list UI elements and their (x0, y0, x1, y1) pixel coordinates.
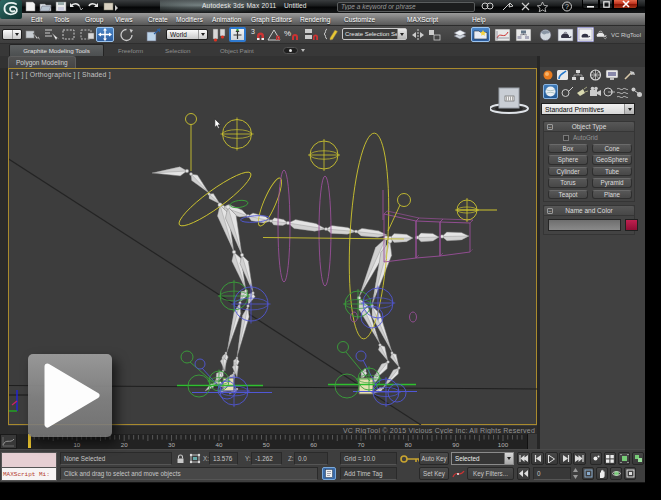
minimize-button[interactable] (582, 0, 599, 9)
select-link-icon[interactable] (25, 28, 40, 42)
create-tab-icon[interactable] (542, 69, 554, 81)
selection-filter-flyout[interactable] (2, 29, 22, 40)
redo-icon[interactable] (86, 1, 101, 12)
systems-category-icon[interactable] (630, 86, 643, 98)
ribbon-tab-graphite[interactable]: Graphite Modeling Tools (9, 44, 104, 56)
menu-help[interactable]: Help (472, 16, 486, 23)
rectangular-selection-icon[interactable] (61, 28, 77, 42)
select-manipulate-icon[interactable] (211, 28, 228, 42)
zoom-extents-button[interactable] (618, 452, 630, 465)
menu-group[interactable]: Group (85, 16, 103, 23)
cameras-category-icon[interactable] (589, 86, 603, 98)
scale-tool-icon[interactable] (146, 28, 162, 42)
undo-icon[interactable] (69, 1, 84, 12)
named-selection-dropdown[interactable]: Create Selection Se (342, 28, 407, 40)
open-file-icon[interactable] (39, 1, 53, 12)
ribbon-tab-freeform[interactable]: Freeform (118, 47, 143, 54)
maxscript-mini-listener[interactable]: MAXScript Mi: (1, 468, 57, 481)
modify-tab-icon[interactable] (556, 69, 569, 81)
spinner-snap-icon[interactable] (303, 28, 318, 42)
keyboard-shortcut-toggle[interactable] (229, 27, 246, 42)
y-coordinate-field[interactable]: -1.262 (251, 452, 282, 465)
search-input[interactable] (337, 2, 475, 12)
ribbon-minimize-button[interactable] (283, 47, 298, 54)
percent-snap-icon[interactable]: % (284, 28, 300, 42)
primitives-dropdown[interactable]: Standard Primitives (541, 103, 635, 115)
absolute-offset-toggle-icon[interactable] (189, 453, 201, 464)
maximize-viewport-button[interactable] (624, 467, 636, 480)
edit-selection-set-icon[interactable] (322, 28, 339, 42)
display-tab-icon[interactable] (605, 69, 619, 81)
favorites-star-icon[interactable] (536, 1, 549, 12)
set-key-filters-curve-icon[interactable] (452, 468, 465, 479)
snap-3d-icon[interactable]: 3 (250, 28, 266, 42)
close-button[interactable] (613, 0, 638, 9)
go-to-end-button[interactable] (573, 452, 586, 465)
motion-tab-icon[interactable] (589, 69, 602, 81)
object-name-field[interactable] (548, 219, 621, 231)
ribbon-tab-objectpaint[interactable]: Object Paint (220, 47, 254, 54)
x-coordinate-field[interactable]: 13.576 (209, 452, 238, 465)
rendered-frame-button[interactable] (577, 27, 594, 42)
utilities-tab-icon[interactable] (623, 69, 636, 81)
pan-button[interactable] (596, 467, 608, 480)
schematic-view-icon[interactable] (515, 28, 532, 42)
z-coordinate-field[interactable]: 0.0 (294, 452, 328, 465)
next-frame-button[interactable] (559, 452, 572, 465)
save-icon[interactable] (55, 1, 67, 12)
select-by-name-icon[interactable] (44, 28, 59, 42)
zoom-button[interactable] (590, 452, 602, 465)
mirror-icon[interactable] (411, 28, 425, 42)
rigtool-toolbar-label[interactable]: VC RigTool (611, 32, 641, 38)
current-frame-field[interactable]: 0 (533, 467, 571, 480)
zoom-region-button[interactable] (582, 467, 594, 480)
maximize-button[interactable] (599, 0, 613, 9)
auto-key-button[interactable]: Auto Key (419, 452, 449, 465)
zoom-all-button[interactable] (604, 452, 616, 465)
menu-animation[interactable]: Animation (212, 16, 241, 23)
menu-modifiers[interactable]: Modifiers (176, 16, 203, 23)
tube-button[interactable]: Tube (592, 167, 632, 177)
angle-snap-icon[interactable] (266, 28, 282, 42)
zoom-extents-all-button[interactable] (632, 452, 644, 465)
selected-dropdown[interactable]: Selected (451, 452, 514, 465)
key-filters-button[interactable]: Key Filters... (467, 467, 514, 480)
add-time-tag-field[interactable]: Add Time Tag (340, 467, 397, 480)
orbit-button[interactable] (610, 467, 622, 480)
menu-customize[interactable]: Customize (344, 16, 375, 23)
hierarchy-tab-icon[interactable] (571, 69, 585, 81)
maxscript-macro-pane[interactable] (1, 452, 57, 468)
ribbon-panel-polygon-modeling[interactable]: Polygon Modeling (8, 56, 76, 68)
torus-button[interactable]: Torus (548, 178, 588, 188)
ribbon-minimize-arrow-icon[interactable] (301, 49, 305, 52)
plane-button[interactable]: Plane (592, 190, 632, 200)
shapes-category-icon[interactable] (561, 86, 574, 98)
sphere-button[interactable]: Sphere (548, 155, 588, 165)
render-production-icon[interactable] (594, 28, 608, 41)
cone-button[interactable]: Cone (592, 144, 632, 154)
pyramid-button[interactable]: Pyramid (592, 178, 632, 188)
frame-spinner[interactable] (572, 467, 579, 480)
application-menu-button[interactable] (0, 0, 22, 19)
object-color-swatch[interactable] (625, 219, 638, 231)
lights-category-icon[interactable] (575, 86, 588, 98)
geometry-category-button[interactable] (543, 84, 558, 99)
video-play-overlay[interactable] (28, 354, 112, 437)
select-move-tool[interactable] (96, 27, 114, 42)
selection-lock-icon[interactable] (176, 454, 185, 464)
render-setup-icon[interactable] (557, 28, 574, 42)
object-type-rollout-header[interactable]: − Object Type (544, 122, 634, 132)
set-key-button[interactable]: Set Key (419, 467, 449, 480)
spacewarps-category-icon[interactable] (616, 86, 629, 98)
reference-coordinate-dropdown[interactable]: World (166, 29, 208, 40)
box-button[interactable]: Box (548, 144, 588, 154)
go-to-start-button[interactable] (517, 452, 530, 465)
menu-maxscript[interactable]: MAXScript (407, 16, 438, 23)
menu-rendering[interactable]: Rendering (300, 16, 330, 23)
menu-create[interactable]: Create (148, 16, 168, 23)
layer-manager-icon[interactable] (452, 28, 469, 42)
menu-views[interactable]: Views (115, 16, 132, 23)
selection-status-field[interactable]: None Selected (60, 452, 172, 465)
cylinder-button[interactable]: Cylinder (548, 167, 588, 177)
subscription-icon[interactable] (519, 1, 532, 12)
